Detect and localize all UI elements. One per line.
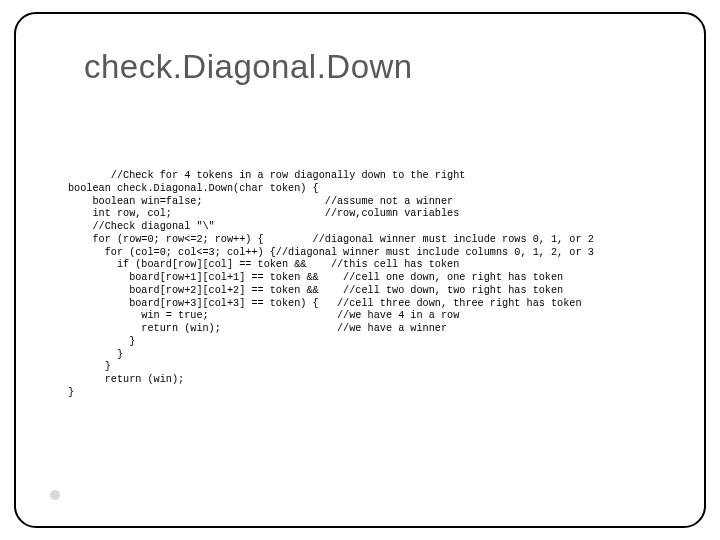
bullet-icon — [50, 490, 60, 500]
code-line: //Check for 4 tokens in a row diagonally… — [68, 170, 465, 181]
code-line: win = true; //we have 4 in a row — [68, 310, 459, 321]
code-line: } — [68, 349, 123, 360]
code-line: for (row=0; row<=2; row++) { //diagonal … — [68, 234, 594, 245]
code-line: } — [68, 336, 135, 347]
code-line: } — [68, 361, 111, 372]
code-line: if (board[row][col] == token && //this c… — [68, 259, 459, 270]
code-line: return (win); — [68, 374, 184, 385]
code-line: } — [68, 387, 74, 398]
code-line: board[row+2][col+2] == token && //cell t… — [68, 285, 563, 296]
code-line: boolean check.Diagonal.Down(char token) … — [68, 183, 319, 194]
code-block: //Check for 4 tokens in a row diagonally… — [68, 170, 680, 400]
code-line: board[row+1][col+1] == token && //cell o… — [68, 272, 563, 283]
code-line: boolean win=false; //assume not a winner — [68, 196, 453, 207]
code-line: return (win); //we have a winner — [68, 323, 447, 334]
code-line: int row, col; //row,column variables — [68, 208, 459, 219]
code-line: board[row+3][col+3] == token) { //cell t… — [68, 298, 582, 309]
slide-title: check.Diagonal.Down — [84, 48, 413, 86]
code-line: for (col=0; col<=3; col++) {//diagonal w… — [68, 247, 594, 258]
code-line: //Check diagonal "\" — [68, 221, 215, 232]
slide: check.Diagonal.Down //Check for 4 tokens… — [0, 0, 720, 540]
